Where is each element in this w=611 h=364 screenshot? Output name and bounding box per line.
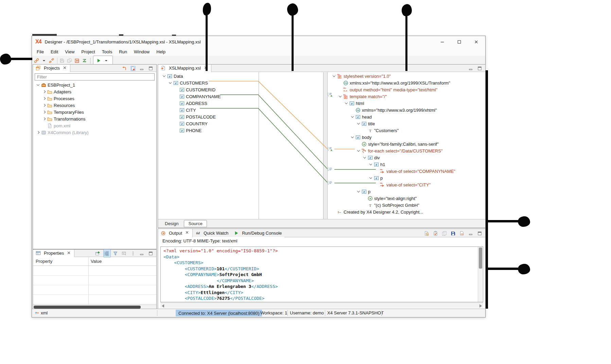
scrollbar-handle[interactable] <box>479 248 482 269</box>
caret-button[interactable] <box>103 57 110 65</box>
xsl-tree-row[interactable]: etitle <box>328 120 485 127</box>
tab-output[interactable]: Output <box>158 229 193 237</box>
map-anchor-icon[interactable]: A <box>328 146 334 152</box>
source-tree-row[interactable]: eCOUNTRY <box>158 120 257 127</box>
funnel-button[interactable] <box>112 249 120 257</box>
xsl-tree-row[interactable]: ep <box>328 175 485 181</box>
projects-tree-row[interactable]: Adapters <box>33 88 156 95</box>
output-hscrollbar[interactable] <box>160 303 483 308</box>
win-min-button[interactable] <box>468 229 475 237</box>
xsl-tree-row[interactable]: XSL:value-of select="COMPANYNAME" <box>328 168 485 175</box>
deploy-button[interactable] <box>74 57 81 65</box>
chevron-open-icon[interactable] <box>169 81 172 84</box>
tab-properties[interactable]: Properties <box>33 250 74 257</box>
win-max2-button[interactable] <box>147 64 155 72</box>
map-anchor-icon[interactable] <box>328 167 334 172</box>
menu-window[interactable]: Window <box>130 48 153 55</box>
map-anchor-icon[interactable] <box>328 180 334 186</box>
chevron-open-icon[interactable] <box>333 74 335 77</box>
filter-input[interactable] <box>35 73 155 80</box>
chevron-open-icon[interactable] <box>37 83 39 86</box>
vdots-button[interactable] <box>130 249 137 257</box>
maximize-button[interactable] <box>451 36 468 48</box>
projects-tree-row[interactable]: Processes <box>33 95 156 102</box>
linked-doc-button[interactable] <box>130 64 137 72</box>
link-button[interactable] <box>33 57 41 65</box>
output-vscrollbar[interactable] <box>478 247 483 302</box>
xsl-tree-row[interactable]: nsxmlns="http://www.w3.org/1999/xhtml" <box>328 107 485 113</box>
doc-code-button[interactable]: <> <box>459 229 466 237</box>
tab-xslmapping[interactable]: XSLMapping.xsl <box>158 65 211 72</box>
caret-button[interactable] <box>41 57 48 65</box>
chevron-open-icon[interactable] <box>357 149 360 151</box>
scroll-left-icon[interactable] <box>162 304 164 308</box>
win-min-button[interactable] <box>139 64 146 72</box>
output-console[interactable]: <?xml version="1.0" encoding="ISO-8859-1… <box>160 247 483 302</box>
chevron-open-icon[interactable] <box>357 189 360 192</box>
chevron-open-icon[interactable] <box>357 122 360 124</box>
clip-check-button[interactable] <box>432 229 440 237</box>
chevron-open-icon[interactable] <box>369 176 372 179</box>
close-button[interactable] <box>468 36 485 48</box>
chevron-open-icon[interactable] <box>339 94 342 97</box>
menu-edit[interactable]: Edit <box>47 48 62 55</box>
xsl-tree-row[interactable]: XSL:stylesheet version="1.0" <box>328 73 485 79</box>
pin-view-button[interactable] <box>94 249 102 257</box>
projects-tree-row[interactable]: X4Common (Library) <box>33 129 156 136</box>
source-tree-row[interactable]: eCOMPANYNAME <box>158 93 257 100</box>
win-max2-button[interactable] <box>147 249 155 257</box>
xsl-tree-row[interactable]: ehead <box>328 113 485 120</box>
chevron-closed-icon[interactable] <box>43 90 46 93</box>
xsl-tree-row[interactable]: ehtml <box>328 100 485 107</box>
source-tree-row[interactable]: eCITY <box>158 107 257 113</box>
source-tree-row[interactable]: eADDRESS <box>158 100 257 107</box>
close-icon[interactable] <box>62 65 67 71</box>
source-tree-row[interactable]: eCUSTOMERID <box>158 86 257 93</box>
copy-button[interactable] <box>441 229 449 237</box>
menu-run[interactable]: Run <box>116 48 130 55</box>
close-icon[interactable] <box>66 250 71 256</box>
xsl-tree-row[interactable]: T"Customers" <box>328 127 485 134</box>
map-anchor-icon[interactable]: A <box>328 92 334 97</box>
floppy-save-button[interactable] <box>450 229 457 237</box>
doc-mag-button[interactable] <box>423 229 431 237</box>
link-broken-button[interactable] <box>48 57 56 65</box>
status-connected[interactable]: Connected to: X4 Server (localhost:8080) <box>176 310 262 316</box>
save-all-button[interactable] <box>66 57 74 65</box>
projects-tree-row[interactable]: pom.xml <box>33 122 156 129</box>
xsl-tree-row[interactable]: XSL:for-each select="/Data/CUSTOMERS" <box>328 147 485 154</box>
tab-source[interactable]: Source <box>184 220 207 227</box>
save-button[interactable] <box>59 57 66 65</box>
chevron-closed-icon[interactable] <box>37 131 39 134</box>
chevron-open-icon[interactable] <box>351 135 354 138</box>
xsl-tree-row[interactable]: ediv <box>328 154 485 161</box>
projects-tree-row[interactable]: Resources <box>33 102 156 109</box>
tab-quick-watch[interactable]: 6dQuick Watch <box>193 229 231 237</box>
table-arrow-button[interactable] <box>121 249 128 257</box>
menu-view[interactable]: View <box>62 48 78 55</box>
column-divider[interactable] <box>88 257 89 305</box>
chevron-closed-icon[interactable] <box>43 104 46 107</box>
mapping-sash[interactable] <box>323 72 328 219</box>
close-icon[interactable] <box>185 230 190 236</box>
xsl-tree-row[interactable]: XSL:<.>output method="html" media-type="… <box>328 86 485 93</box>
xsl-tree-row[interactable]: ep <box>328 188 485 195</box>
projects-tree-row[interactable]: ESBProject_1 <box>33 81 156 88</box>
collapse-arrow-button[interactable] <box>121 64 128 72</box>
xsl-tree-row[interactable]: ebody <box>328 134 485 141</box>
chevron-closed-icon[interactable] <box>43 117 46 120</box>
tab-projects[interactable]: Projects <box>33 65 70 72</box>
source-tree-row[interactable]: eData <box>158 73 257 79</box>
menu-file[interactable]: File <box>33 48 47 55</box>
scrollbar-handle[interactable] <box>34 306 141 309</box>
chevron-open-icon[interactable] <box>363 156 366 158</box>
compare-button[interactable] <box>81 57 89 65</box>
xsl-tree-row[interactable]: astyle="text-align:right" <box>328 195 485 202</box>
win-min-button[interactable] <box>468 64 475 72</box>
xsl-tree-row[interactable]: eh1 <box>328 161 485 168</box>
tree-view-button[interactable] <box>103 249 111 257</box>
xsl-tree-row[interactable]: astyle="font-family:Calibri, sans-serif" <box>328 141 485 147</box>
chevron-open-icon[interactable] <box>369 162 372 165</box>
chevron-closed-icon[interactable] <box>43 97 46 100</box>
chevron-open-icon[interactable] <box>345 101 348 104</box>
